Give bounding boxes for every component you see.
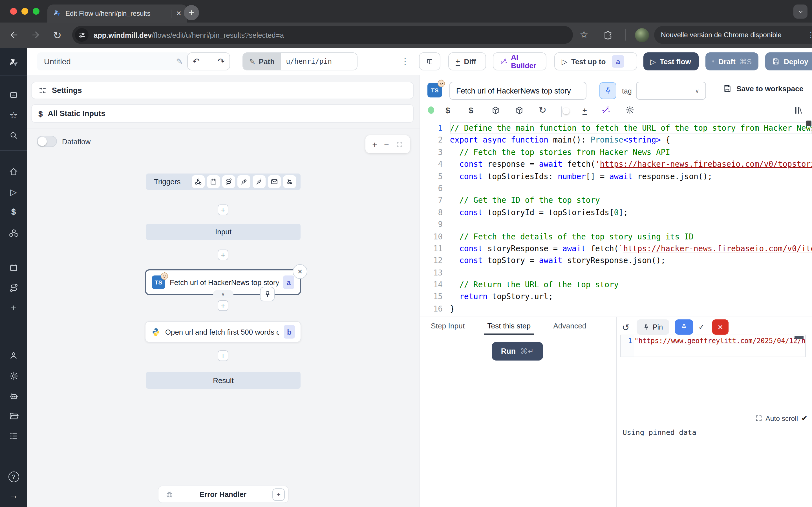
error-handler-node[interactable]: Error Handler + xyxy=(158,486,289,503)
kafka-trigger-icon[interactable] xyxy=(253,175,266,188)
sidebar-item-workers-robot-icon[interactable] xyxy=(0,392,27,401)
tab-close-icon[interactable]: ✕ xyxy=(176,10,182,17)
undo-button[interactable]: ↶ xyxy=(188,56,204,66)
sidebar-item-add-icon[interactable]: + xyxy=(0,303,27,313)
window-zoom-button[interactable] xyxy=(33,8,40,15)
email-trigger-icon[interactable] xyxy=(268,175,281,188)
variables-dollar-icon[interactable]: $ xyxy=(469,106,473,114)
input-node[interactable]: Input xyxy=(146,224,301,240)
ai-wand-icon[interactable] xyxy=(602,106,610,114)
diff-icon[interactable]: ± xyxy=(582,107,587,115)
result-node[interactable]: Result xyxy=(146,372,301,389)
flow-settings-row[interactable]: Settings xyxy=(31,82,414,99)
sidebar-item-logs-list-icon[interactable] xyxy=(0,432,27,441)
sidebar-item-favorites-star-icon[interactable]: ☆ xyxy=(0,111,27,120)
schedule-trigger-icon[interactable] xyxy=(207,175,220,188)
sidebar-item-resources-icon[interactable] xyxy=(0,228,27,238)
editor-toggle[interactable] xyxy=(561,107,562,117)
back-icon[interactable] xyxy=(9,30,19,40)
library-icon[interactable] xyxy=(794,106,803,115)
sidebar-item-folders-icon[interactable] xyxy=(0,411,27,421)
poll-trigger-icon[interactable] xyxy=(283,175,296,188)
edit-pencil-icon[interactable]: ✎ xyxy=(176,57,183,66)
editor-settings-gear-icon[interactable] xyxy=(625,105,635,114)
sidebar-item-help-icon[interactable]: ? xyxy=(0,471,27,482)
url-bar[interactable]: app.windmill.dev/flows/edit/u/henri/pin_… xyxy=(72,26,573,44)
add-error-handler-button[interactable]: + xyxy=(272,488,285,501)
tab-search-chevron-icon[interactable] xyxy=(794,4,808,18)
tag-select[interactable]: ∨ xyxy=(636,82,706,100)
editor-scrollbar[interactable] xyxy=(795,336,804,339)
tab-advanced[interactable]: Advanced xyxy=(550,317,590,335)
webhook-trigger-icon[interactable] xyxy=(192,175,205,188)
add-step-button[interactable]: + xyxy=(218,300,229,311)
package-icon[interactable] xyxy=(491,106,500,115)
diff-button[interactable]: ± Diff xyxy=(448,52,486,70)
step-node-b[interactable]: Open url and fetch first 500 words of ..… xyxy=(145,321,301,342)
history-icon[interactable]: ↺ xyxy=(622,322,629,333)
add-step-button[interactable]: + xyxy=(218,205,229,215)
new-tab-button[interactable]: + xyxy=(184,5,199,20)
sidebar-item-runs-icon[interactable]: ▷ xyxy=(0,187,27,196)
window-close-button[interactable] xyxy=(10,8,17,15)
assets-dollar-icon[interactable]: $ xyxy=(446,106,450,114)
extensions-puzzle-icon[interactable] xyxy=(603,30,613,40)
more-options-kebab-icon[interactable]: ⋮ xyxy=(401,56,409,66)
fit-view-icon[interactable] xyxy=(396,140,403,148)
docs-book-button[interactable] xyxy=(419,52,441,70)
triggers-node[interactable]: Triggers xyxy=(146,173,301,190)
tab-test-this-step[interactable]: Test this step xyxy=(484,317,534,335)
pin-button[interactable]: Pin xyxy=(637,320,669,335)
forward-icon[interactable] xyxy=(31,30,41,40)
site-settings-icon[interactable] xyxy=(75,28,89,42)
pinned-value-editor[interactable]: 1 "https://www.geoffreylitt.com/2025/04/… xyxy=(620,335,806,357)
package-icon[interactable] xyxy=(515,106,524,115)
sidebar-item-settings-gear-icon[interactable] xyxy=(0,371,27,381)
test-flow-button[interactable]: ▷ Test flow xyxy=(644,52,699,70)
code-editor[interactable]: 1// Define the main function to fetch th… xyxy=(420,119,812,317)
add-step-button[interactable]: + xyxy=(218,350,229,361)
sidebar-item-home-icon[interactable] xyxy=(0,167,27,176)
chrome-menu-kebab-icon[interactable]: ⋮ xyxy=(807,31,812,39)
add-step-button[interactable]: + xyxy=(218,249,229,260)
sidebar-item-workspace[interactable] xyxy=(0,91,27,100)
sidebar-expand-arrow-icon[interactable]: → xyxy=(0,491,27,500)
websocket-trigger-icon[interactable] xyxy=(238,175,250,188)
pin-step-button[interactable] xyxy=(599,82,616,99)
run-button[interactable]: Run ⌘↵ xyxy=(492,342,543,360)
pinned-active-button[interactable] xyxy=(675,320,693,335)
pinned-indicator-badge[interactable] xyxy=(260,287,274,301)
reload-icon[interactable]: ↻ xyxy=(53,31,61,41)
http-route-trigger-icon[interactable] xyxy=(222,175,235,188)
save-to-workspace-button[interactable]: Save to workspace xyxy=(723,79,804,98)
test-up-to-button[interactable]: ▷ Test up to a xyxy=(554,52,637,70)
remove-step-button[interactable]: ✕ xyxy=(293,264,307,279)
profile-avatar[interactable] xyxy=(635,28,649,42)
reload-script-icon[interactable]: ↻ xyxy=(539,105,547,115)
ai-builder-button[interactable]: AI Builder xyxy=(493,52,546,70)
step-node-a[interactable]: TS Fetch url of HackerNews top story a ✕… xyxy=(145,269,301,295)
sidebar-item-variables-icon[interactable]: $ xyxy=(0,207,27,216)
window-minimize-button[interactable] xyxy=(21,8,28,15)
all-static-inputs-row[interactable]: $ All Static Inputs xyxy=(31,104,414,123)
clear-pin-button[interactable]: ✕ xyxy=(712,320,728,335)
tab-step-input[interactable]: Step Input xyxy=(427,317,468,335)
sidebar-item-user-icon[interactable] xyxy=(0,351,27,360)
zoom-out-button[interactable]: − xyxy=(384,139,389,149)
step-title-input[interactable]: Fetch url of HackerNews top story xyxy=(449,82,587,100)
zoom-in-button[interactable]: + xyxy=(372,139,377,149)
auto-scroll-control[interactable]: Auto scroll ✔ xyxy=(755,414,808,422)
draft-button[interactable]: Draft ⌘S xyxy=(705,52,758,70)
flow-name-input[interactable]: Untitled ✎ xyxy=(37,52,190,70)
sidebar-item-search-icon[interactable] xyxy=(0,131,27,140)
chrome-update-button[interactable]: Nouvelle version de Chrome disponible ⋮ xyxy=(654,26,812,44)
accept-check-button[interactable]: ✓ xyxy=(695,320,708,335)
sidebar-item-routes-icon[interactable] xyxy=(0,283,27,293)
path-button[interactable]: ✎ Path u/henri/pin xyxy=(243,52,357,70)
dataflow-toggle[interactable] xyxy=(37,136,57,147)
deploy-button[interactable]: Deploy xyxy=(765,52,812,70)
sidebar-item-schedules-icon[interactable] xyxy=(0,263,27,272)
windmill-logo-icon[interactable] xyxy=(0,58,27,68)
redo-button[interactable]: ↷ xyxy=(213,56,230,66)
browser-tab[interactable]: Edit Flow u/henri/pin_results ✕ xyxy=(47,4,187,22)
